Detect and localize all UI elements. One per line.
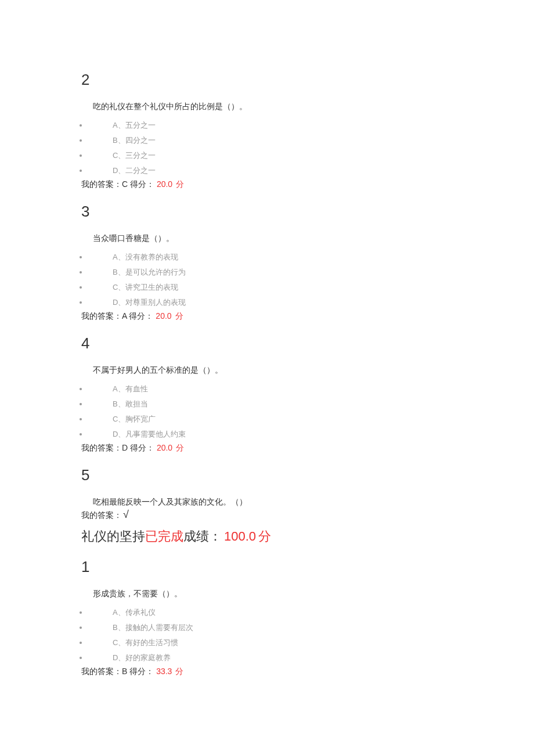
section-score-value: 100.0 xyxy=(224,529,256,543)
answer-label: 我的答案： xyxy=(81,510,122,520)
score-value: 20.0 xyxy=(157,443,172,452)
score-value: 20.0 xyxy=(157,179,172,189)
option-d: D、凡事需要他人约束 xyxy=(88,427,453,442)
answer-letter: A xyxy=(122,311,127,321)
answer-letter: C xyxy=(122,179,128,189)
answer-line: 我的答案：D 得分： 20.0 分 xyxy=(81,443,453,453)
option-b: B、接触的人需要有层次 xyxy=(88,620,453,635)
option-a: A、传承礼仪 xyxy=(88,605,453,620)
options-list: A、传承礼仪 B、接触的人需要有层次 C、有好的生活习惯 D、好的家庭教养 xyxy=(85,605,453,665)
question-text: 吃相最能反映一个人及其家族的文化。（） xyxy=(93,497,453,507)
answer-label: 我的答案： xyxy=(81,667,122,676)
section-done: 已完成 xyxy=(145,529,183,543)
score-value: 20.0 xyxy=(156,311,171,321)
section-score-label: 成绩： xyxy=(183,529,222,543)
score-label: 得分： xyxy=(128,443,154,452)
question-number: 1 xyxy=(81,558,453,576)
score-label: 得分： xyxy=(128,179,154,189)
option-d: D、二分之一 xyxy=(88,163,453,178)
section-name: 礼仪的坚持 xyxy=(81,529,145,543)
answer-line: 我的答案：B 得分： 33.3 分 xyxy=(81,667,453,677)
score-label: 得分： xyxy=(127,667,154,676)
score-unit: 分 xyxy=(176,443,184,452)
answer-label: 我的答案： xyxy=(81,311,122,321)
answer-line: 我的答案：√ xyxy=(81,509,453,521)
check-icon: √ xyxy=(123,509,129,520)
score-value: 33.3 xyxy=(156,667,172,676)
answer-letter: D xyxy=(122,443,128,452)
question-text: 吃的礼仪在整个礼仪中所占的比例是（）。 xyxy=(93,102,453,112)
section-score-unit: 分 xyxy=(258,529,271,543)
option-c: C、胸怀宽广 xyxy=(88,412,453,427)
question-number: 3 xyxy=(81,203,453,221)
page: 2 吃的礼仪在整个礼仪中所占的比例是（）。 A、五分之一 B、四分之一 C、三分… xyxy=(0,0,534,712)
answer-letter: B xyxy=(122,667,127,676)
question-text: 不属于好男人的五个标准的是（）。 xyxy=(93,365,453,376)
question-number: 2 xyxy=(81,71,453,89)
question-number: 4 xyxy=(81,334,453,352)
option-d: D、好的家庭教养 xyxy=(88,650,453,665)
option-a: A、没有教养的表现 xyxy=(88,250,453,265)
answer-label: 我的答案： xyxy=(81,443,122,452)
score-label: 得分： xyxy=(127,311,154,321)
option-b: B、是可以允许的行为 xyxy=(88,265,453,280)
section-title: 礼仪的坚持已完成成绩：100.0分 xyxy=(81,528,453,545)
score-unit: 分 xyxy=(175,667,183,676)
option-c: C、有好的生活习惯 xyxy=(88,635,453,650)
question-text: 形成贵族，不需要（）。 xyxy=(93,589,453,599)
option-b: B、敢担当 xyxy=(88,397,453,412)
question-text: 当众嚼口香糖是（）。 xyxy=(93,233,453,244)
answer-label: 我的答案： xyxy=(81,179,122,189)
option-d: D、对尊重别人的表现 xyxy=(88,295,453,310)
question-number: 5 xyxy=(81,466,453,484)
options-list: A、五分之一 B、四分之一 C、三分之一 D、二分之一 xyxy=(85,118,453,178)
answer-line: 我的答案：A 得分： 20.0 分 xyxy=(81,311,453,322)
option-a: A、五分之一 xyxy=(88,118,453,133)
option-c: C、讲究卫生的表现 xyxy=(88,280,453,295)
options-list: A、没有教养的表现 B、是可以允许的行为 C、讲究卫生的表现 D、对尊重别人的表… xyxy=(85,250,453,310)
score-unit: 分 xyxy=(175,311,183,321)
option-b: B、四分之一 xyxy=(88,133,453,148)
score-unit: 分 xyxy=(176,179,184,189)
answer-line: 我的答案：C 得分： 20.0 分 xyxy=(81,179,453,190)
options-list: A、有血性 B、敢担当 C、胸怀宽广 D、凡事需要他人约束 xyxy=(85,381,453,442)
option-c: C、三分之一 xyxy=(88,148,453,163)
option-a: A、有血性 xyxy=(88,381,453,397)
